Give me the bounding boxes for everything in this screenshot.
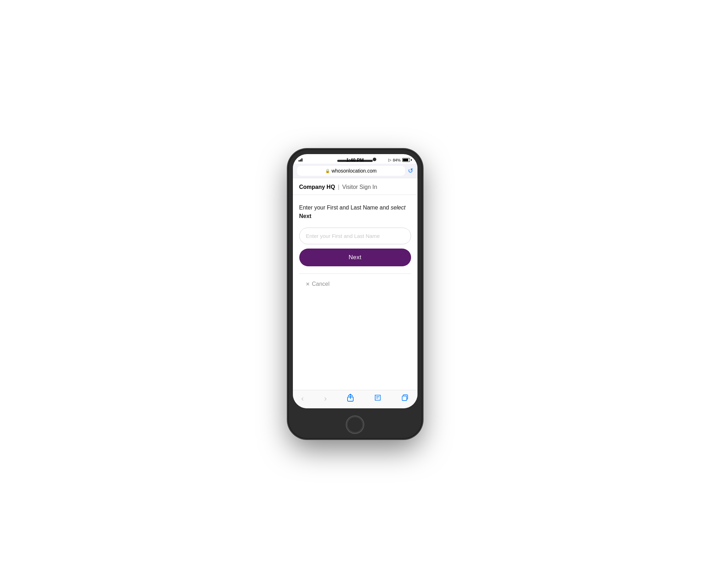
status-bar: 1:40 PM ▷ 84% [293, 154, 417, 164]
share-button[interactable] [344, 393, 357, 404]
instruction-text: Enter your First and Last Name and selec… [299, 203, 411, 220]
wifi-icon [299, 158, 302, 162]
form-divider [299, 273, 411, 274]
page-header: Company HQ | Visitor Sign In [293, 178, 417, 195]
url-bar[interactable]: 🔒 whosonlocation.com [297, 166, 405, 176]
tabs-button[interactable] [399, 393, 411, 404]
battery-percent: 84% [393, 158, 400, 162]
status-right: ▷ 84% [388, 158, 411, 162]
cancel-label: Cancel [312, 281, 330, 287]
forward-button[interactable]: › [321, 393, 329, 404]
instruction-prefix: Enter your First and Last Name and [299, 205, 391, 211]
cancel-link[interactable]: ✕ Cancel [299, 281, 411, 287]
home-area [289, 413, 422, 438]
back-button[interactable]: ‹ [299, 393, 307, 404]
home-button[interactable] [346, 415, 364, 434]
header-divider: | [338, 184, 339, 190]
bookmarks-button[interactable] [371, 393, 384, 404]
status-time: 1:40 PM [346, 157, 364, 163]
instruction-bold: Next [299, 213, 312, 219]
battery-icon [402, 158, 412, 162]
lock-icon: 🔒 [325, 169, 330, 173]
phone-shell: 1:40 PM ▷ 84% 🔒 whosonlocation.co [289, 150, 422, 438]
screen: 1:40 PM ▷ 84% 🔒 whosonlocation.co [293, 154, 417, 408]
safari-toolbar: ‹ › [293, 390, 417, 408]
cancel-x-icon: ✕ [306, 281, 310, 287]
instruction-italic: select [390, 205, 405, 211]
visitor-signin-label: Visitor Sign In [342, 184, 377, 190]
home-button-inner [347, 417, 363, 432]
page-content: Company HQ | Visitor Sign In Enter your … [293, 178, 417, 390]
form-section: Enter your First and Last Name and selec… [293, 195, 417, 293]
browser-bar: 🔒 whosonlocation.com ↺ [293, 164, 417, 178]
company-name: Company HQ [299, 184, 335, 190]
reload-button[interactable]: ↺ [408, 167, 413, 175]
scene: 1:40 PM ▷ 84% 🔒 whosonlocation.co [280, 147, 430, 441]
name-input[interactable] [299, 228, 411, 244]
svg-rect-2 [402, 396, 407, 401]
url-text: whosonlocation.com [332, 168, 377, 174]
signal-icon: ▷ [388, 158, 391, 162]
next-button[interactable]: Next [299, 249, 411, 266]
